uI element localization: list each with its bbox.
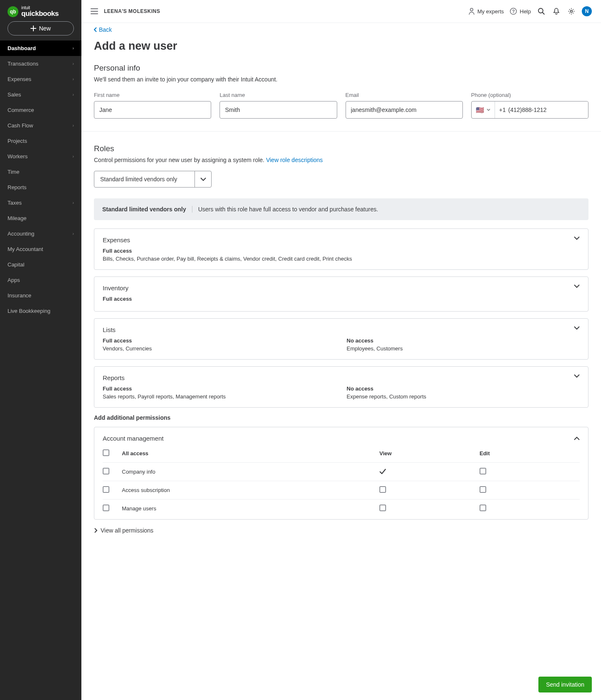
sidebar-item-projects[interactable]: Projects bbox=[0, 133, 81, 149]
first-name-label: First name bbox=[94, 92, 211, 98]
sidebar-item-time[interactable]: Time bbox=[0, 164, 81, 180]
perm-toggle[interactable] bbox=[574, 374, 580, 378]
perm-row: Company info bbox=[103, 462, 580, 481]
perm-items: Vendors, Currencies bbox=[103, 345, 330, 352]
row-checkbox[interactable] bbox=[103, 468, 109, 474]
email-label: Email bbox=[346, 92, 463, 98]
sidebar-item-label: Insurance bbox=[8, 292, 31, 299]
chevron-right-icon: › bbox=[73, 200, 74, 205]
sidebar-item-dashboard[interactable]: Dashboard› bbox=[0, 41, 81, 56]
chevron-up-icon bbox=[574, 436, 580, 440]
perm-title: Inventory bbox=[103, 284, 574, 292]
sidebar-item-taxes[interactable]: Taxes› bbox=[0, 195, 81, 211]
sidebar-item-label: Mileage bbox=[8, 215, 27, 221]
view-checkbox[interactable] bbox=[379, 486, 386, 493]
sidebar-item-label: Transactions bbox=[8, 61, 38, 67]
sidebar-item-cash-flow[interactable]: Cash Flow› bbox=[0, 118, 81, 133]
col-edit: Edit bbox=[480, 450, 580, 457]
perm-items: Expense reports, Custom reports bbox=[347, 393, 574, 400]
settings-button[interactable] bbox=[567, 7, 576, 16]
phone-input[interactable] bbox=[508, 101, 588, 118]
email-input[interactable] bbox=[346, 101, 463, 119]
roles-desc: Control permissions for your new user by… bbox=[94, 157, 588, 163]
svg-point-4 bbox=[571, 10, 573, 13]
role-select[interactable]: Standard limited vendors only bbox=[94, 171, 212, 188]
sidebar-item-label: Capital bbox=[8, 261, 24, 268]
view-checkbox[interactable] bbox=[379, 505, 386, 511]
role-banner-name: Standard limited vendors only bbox=[102, 206, 192, 213]
sidebar-item-expenses[interactable]: Expenses› bbox=[0, 71, 81, 87]
sidebar-item-label: Projects bbox=[8, 138, 27, 144]
edit-checkbox[interactable] bbox=[480, 468, 486, 474]
sidebar-item-label: Accounting bbox=[8, 231, 34, 237]
plus-icon bbox=[30, 25, 36, 31]
back-link[interactable]: Back bbox=[94, 26, 112, 33]
sidebar-item-capital[interactable]: Capital bbox=[0, 257, 81, 272]
perm-row: Access subscription bbox=[103, 481, 580, 499]
sidebar-item-label: Commerce bbox=[8, 107, 34, 113]
new-button[interactable]: New bbox=[8, 21, 74, 36]
role-select-dd[interactable] bbox=[194, 171, 211, 187]
sidebar-item-transactions[interactable]: Transactions› bbox=[0, 56, 81, 71]
role-banner-desc: Users with this role have full access to… bbox=[198, 206, 378, 213]
phone-label: Phone (optional) bbox=[471, 92, 588, 98]
chevron-right-icon: › bbox=[73, 77, 74, 81]
perm-toggle[interactable] bbox=[574, 326, 580, 330]
country-code-dropdown[interactable]: 🇺🇸 bbox=[472, 101, 495, 118]
avatar[interactable]: N bbox=[582, 6, 592, 16]
additional-heading: Add additional permissions bbox=[94, 414, 588, 421]
perm-row: Manage users bbox=[103, 499, 580, 517]
perm-items: Employees, Customers bbox=[347, 345, 574, 352]
edit-checkbox[interactable] bbox=[480, 505, 486, 511]
chevron-right-icon: › bbox=[73, 46, 74, 51]
account-management-card: Account management All accessViewEditCom… bbox=[94, 427, 588, 520]
row-checkbox[interactable] bbox=[103, 505, 109, 511]
sidebar-item-label: My Accountant bbox=[8, 246, 43, 252]
sidebar-item-label: Cash Flow bbox=[8, 122, 33, 129]
chevron-down-icon bbox=[200, 178, 206, 181]
gear-icon bbox=[568, 8, 575, 15]
my-experts-link[interactable]: My experts bbox=[468, 8, 504, 15]
sidebar-item-my-accountant[interactable]: My Accountant bbox=[0, 241, 81, 257]
row-checkbox[interactable] bbox=[103, 486, 109, 493]
first-name-input[interactable] bbox=[94, 101, 211, 119]
menu-toggle-icon[interactable] bbox=[91, 8, 98, 14]
notifications-button[interactable] bbox=[552, 7, 561, 16]
sidebar-item-commerce[interactable]: Commerce bbox=[0, 102, 81, 118]
chevron-right-icon: › bbox=[73, 231, 74, 236]
acct-collapse[interactable] bbox=[574, 436, 580, 440]
chevron-down-icon bbox=[574, 284, 580, 288]
perm-title: Expenses bbox=[103, 236, 574, 243]
chevron-right-icon: › bbox=[73, 154, 74, 159]
sidebar-item-live-bookkeeping[interactable]: Live Bookkeeping bbox=[0, 303, 81, 319]
sidebar-item-sales[interactable]: Sales› bbox=[0, 87, 81, 102]
sidebar-item-insurance[interactable]: Insurance bbox=[0, 288, 81, 303]
sidebar-item-mileage[interactable]: Mileage bbox=[0, 211, 81, 226]
role-banner: Standard limited vendors only Users with… bbox=[94, 198, 588, 220]
perm-toggle[interactable] bbox=[574, 236, 580, 240]
sidebar-item-reports[interactable]: Reports bbox=[0, 180, 81, 195]
brand-logo[interactable]: qb intuit quickbooks bbox=[8, 6, 74, 17]
search-button[interactable] bbox=[537, 7, 546, 16]
chevron-down-icon bbox=[574, 236, 580, 240]
perm-toggle[interactable] bbox=[574, 284, 580, 288]
sidebar-nav: Dashboard›Transactions›Expenses›Sales›Co… bbox=[0, 41, 81, 319]
last-name-input[interactable] bbox=[220, 101, 337, 119]
view-all-permissions[interactable]: View all permissions bbox=[94, 527, 154, 534]
sidebar-item-label: Taxes bbox=[8, 200, 22, 206]
edit-checkbox[interactable] bbox=[480, 486, 486, 493]
acct-title: Account management bbox=[103, 435, 164, 442]
perm-level: Full access bbox=[103, 296, 574, 302]
role-descriptions-link[interactable]: View role descriptions bbox=[266, 157, 323, 163]
bell-icon bbox=[553, 8, 560, 15]
svg-point-0 bbox=[470, 8, 472, 11]
checkbox-all[interactable] bbox=[103, 449, 109, 456]
help-link[interactable]: ? Help bbox=[510, 8, 531, 15]
sidebar-item-apps[interactable]: Apps bbox=[0, 272, 81, 288]
chevron-down-icon bbox=[487, 109, 490, 111]
sidebar-item-accounting[interactable]: Accounting› bbox=[0, 226, 81, 241]
sidebar-item-workers[interactable]: Workers› bbox=[0, 149, 81, 164]
send-invitation-button[interactable]: Send invitation bbox=[538, 677, 592, 692]
roles-heading: Roles bbox=[94, 144, 588, 153]
chevron-right-icon bbox=[94, 528, 97, 533]
